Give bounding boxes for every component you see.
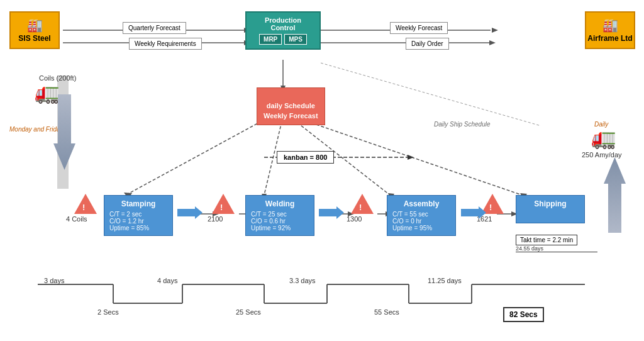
- stamping-co: C/O = 1.2 hr: [109, 218, 167, 225]
- schedule-label: daily ScheduleWeekly Forecast: [264, 102, 318, 119]
- stamping-ct: C/T = 2 sec: [109, 211, 167, 218]
- inventory-label-coils: 4 Coils: [66, 215, 87, 223]
- kanban-box: kanban = 800: [277, 151, 334, 164]
- customer-name: Airframe Ltd: [587, 34, 632, 43]
- value-stream-map: { "title": "Value Stream Map", "supplier…: [0, 0, 644, 341]
- prod-control-title: Production Control: [252, 16, 314, 31]
- timeline-days-2: 3.3 days: [289, 277, 316, 284]
- daily-order-label: Daily Order: [406, 38, 449, 50]
- customer-icon: 🏭: [602, 18, 618, 33]
- mps-box: MPS: [284, 34, 307, 45]
- timeline-days-0: 3 days: [44, 277, 64, 284]
- truck-left-icon: 🚛: [35, 81, 60, 104]
- svg-marker-3: [492, 28, 498, 33]
- stamping-title: Stamping: [109, 199, 167, 208]
- right-delivery-arrow: [604, 157, 626, 233]
- stamping-process-box: Stamping C/T = 2 sec C/O = 1.2 hr Uptime…: [104, 195, 173, 236]
- timeline-days-1: 4 days: [157, 277, 177, 284]
- shipping-title: Shipping: [521, 199, 579, 208]
- timeline-secs-2: 55 Secs: [374, 308, 399, 316]
- mrp-box: MRP: [259, 34, 282, 45]
- assembly-title: Assembly: [392, 199, 450, 208]
- push-arrow-1: [177, 206, 203, 219]
- supplier-box: 🏭 SIS Steel: [9, 11, 60, 49]
- ship-schedule-label: Daily Ship Schedule: [434, 121, 491, 128]
- kanban-label: kanban = 800: [284, 154, 327, 161]
- svg-marker-32: [408, 155, 414, 160]
- assembly-co: C/O = 0 hr: [392, 218, 450, 225]
- truck-right-icon: 🚛: [591, 126, 616, 150]
- svg-line-30: [321, 63, 541, 126]
- shipping-process-box: Shipping: [516, 195, 585, 223]
- supplier-name: SIS Steel: [18, 34, 50, 43]
- quantity-right: 250 Amy/day: [582, 151, 622, 159]
- takt-time-box: Takt time = 2.2 min: [516, 235, 577, 245]
- assembly-process-box: Assembly C/T = 55 sec C/O = 0 hr Uptime …: [387, 195, 456, 236]
- assembly-ct: C/T = 55 sec: [392, 211, 450, 218]
- total-secs-box: 82 Secs: [503, 307, 544, 322]
- timeline-secs-1: 25 Secs: [236, 308, 261, 316]
- welding-process-box: Welding C/T = 25 sec C/O = 0.6 hr Uptime…: [245, 195, 314, 236]
- svg-line-10: [126, 116, 270, 195]
- weekly-requirements-label: Weekly Requirements: [129, 38, 202, 50]
- takt-time-label: Takt time = 2.2 min: [520, 237, 573, 243]
- timeline-secs-0: 2 Secs: [97, 308, 119, 316]
- timeline-days-3: 11.25 days: [428, 277, 462, 284]
- factory-icon: 🏭: [27, 18, 43, 33]
- total-days-label: 24.55 days: [516, 245, 597, 252]
- welding-co: C/O = 0.6 hr: [251, 218, 309, 225]
- production-control-box: Production Control MRP MPS: [245, 11, 321, 50]
- total-secs-label: 82 Secs: [509, 310, 538, 319]
- inventory-num-2: 1300: [347, 215, 362, 223]
- inventory-num-1: 2100: [208, 215, 223, 223]
- assembly-uptime: Uptime = 95%: [392, 225, 450, 232]
- stamping-uptime: Uptime = 85%: [109, 225, 167, 232]
- welding-uptime: Uptime = 92%: [251, 225, 309, 232]
- delivery-freq-left: Monday and Friday: [9, 126, 64, 133]
- customer-box: 🏭 Airframe Ltd: [585, 11, 635, 49]
- push-arrow-2: [319, 206, 344, 219]
- svg-marker-7: [489, 40, 496, 45]
- quarterly-forecast-label: Quarterly Forecast: [123, 22, 186, 34]
- weekly-forecast-label: Weekly Forecast: [390, 22, 448, 34]
- welding-ct: C/T = 25 sec: [251, 211, 309, 218]
- welding-title: Welding: [251, 199, 309, 208]
- schedule-box: daily ScheduleWeekly Forecast: [257, 87, 325, 125]
